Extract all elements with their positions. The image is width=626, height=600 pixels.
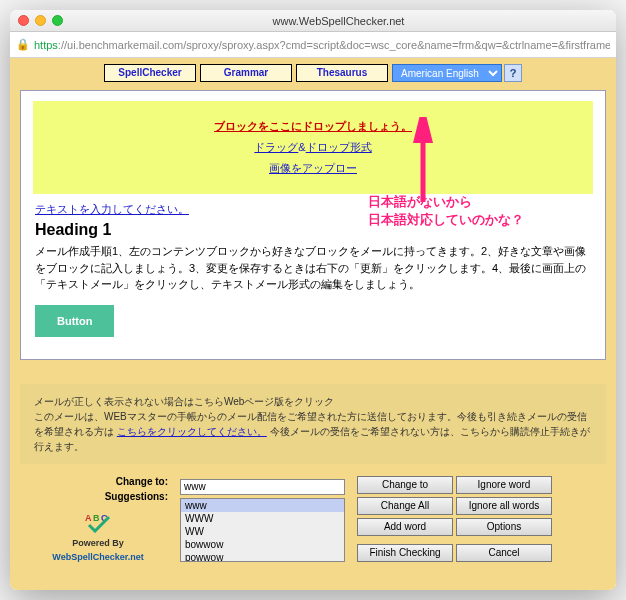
language-select[interactable]: American English: [392, 64, 502, 82]
finish-checking-button[interactable]: Finish Checking: [357, 544, 453, 562]
change-to-input[interactable]: [180, 479, 345, 495]
suggestion-item[interactable]: powwow: [181, 551, 344, 562]
svg-text:B: B: [93, 513, 100, 523]
upload-image-link[interactable]: 画像をアップロー: [269, 162, 357, 174]
enter-text-link[interactable]: テキストを入力してください。: [35, 203, 189, 215]
help-button[interactable]: ?: [504, 64, 522, 82]
body-paragraph: メール作成手順1、左のコンテンツブロックから好きなブロックをメールに持ってきます…: [35, 243, 591, 293]
suggestion-item[interactable]: WWW: [181, 512, 344, 525]
dropform-link[interactable]: ドロップ形式: [306, 141, 372, 153]
tab-thesaurus[interactable]: Thesaurus: [296, 64, 388, 82]
window-title: www.WebSpellChecker.net: [69, 15, 608, 27]
titlebar: www.WebSpellChecker.net: [10, 10, 616, 32]
wsc-toolbar: SpellChecker Grammar Thesaurus American …: [10, 58, 616, 86]
change-to-button[interactable]: Change to: [357, 476, 453, 494]
drag-link[interactable]: ドラッグ: [254, 141, 298, 153]
editor-area: ブロックをここにドロップしましょう。 ドラッグ&ドロップ形式 画像をアップロー …: [20, 90, 606, 360]
suggestion-item[interactable]: bowwow: [181, 538, 344, 551]
svg-text:A: A: [85, 513, 92, 523]
suggestion-item[interactable]: WW: [181, 525, 344, 538]
address-bar[interactable]: 🔒 https://ui.benchmarkemail.com/sproxy/s…: [10, 32, 616, 58]
cancel-button[interactable]: Cancel: [456, 544, 552, 562]
page-content: SpellChecker Grammar Thesaurus American …: [10, 58, 616, 590]
url-text: https://ui.benchmarkemail.com/sproxy/spr…: [34, 39, 610, 51]
suggestions-list[interactable]: www WWW WW bowwow powwow: [180, 498, 345, 562]
wsc-logo: ABC Powered By WebSpellChecker.net: [28, 510, 168, 562]
footer-link[interactable]: こちらをクリックしてください。: [117, 426, 267, 437]
suggestion-item[interactable]: www: [181, 499, 344, 512]
drop-text: ブロックをここにドロップしましょう。: [214, 120, 412, 132]
tab-spellchecker[interactable]: SpellChecker: [104, 64, 196, 82]
change-to-label: Change to:: [116, 476, 168, 487]
maximize-icon[interactable]: [52, 15, 63, 26]
change-all-button[interactable]: Change All: [357, 497, 453, 515]
email-footer: メールが正しく表示されない場合はこちらWebページ版をクリック このメールは、W…: [20, 384, 606, 464]
abc-check-icon: ABC: [83, 510, 113, 534]
spellcheck-panel: Change to: Suggestions: ABC Powered By W…: [10, 464, 616, 582]
footer-line1: メールが正しく表示されない場合はこちらWebページ版をクリック: [34, 394, 592, 409]
minimize-icon[interactable]: [35, 15, 46, 26]
ignore-all-button[interactable]: Ignore all words: [456, 497, 552, 515]
options-button[interactable]: Options: [456, 518, 552, 536]
suggestions-label: Suggestions:: [105, 491, 168, 502]
lock-icon: 🔒: [16, 38, 30, 51]
drop-zone[interactable]: ブロックをここにドロップしましょう。 ドラッグ&ドロップ形式 画像をアップロー: [33, 101, 593, 194]
close-icon[interactable]: [18, 15, 29, 26]
tab-grammar[interactable]: Grammar: [200, 64, 292, 82]
browser-window: www.WebSpellChecker.net 🔒 https://ui.ben…: [10, 10, 616, 590]
heading-1: Heading 1: [35, 221, 591, 239]
footer-line2: このメールは、WEBマスターの手帳からのメール配信をご希望された方に送信しており…: [34, 409, 592, 454]
ignore-word-button[interactable]: Ignore word: [456, 476, 552, 494]
add-word-button[interactable]: Add word: [357, 518, 453, 536]
button-element[interactable]: Button: [35, 305, 114, 337]
